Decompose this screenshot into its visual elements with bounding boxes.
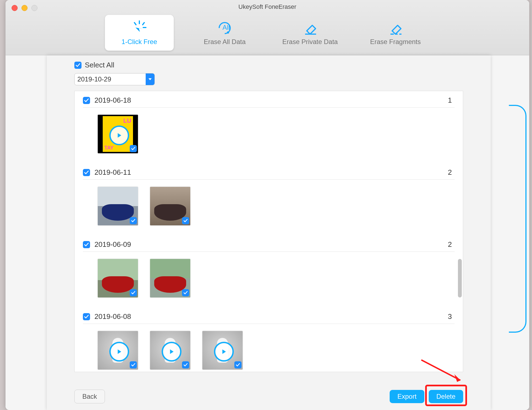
app-title: UkeySoft FoneEraser <box>6 3 529 10</box>
group-header: 2019-06-181 <box>83 96 455 108</box>
footer: Back Export Delete <box>74 390 463 403</box>
date-filter-value: 2019-10-29 <box>75 75 146 83</box>
tab-erase-all-data[interactable]: All Erase All Data <box>190 15 259 51</box>
group-date: 2019-06-09 <box>94 240 131 249</box>
group-count: 2 <box>448 240 452 249</box>
media-thumbnail[interactable]: LUTAY <box>98 115 138 153</box>
group-count: 1 <box>448 96 452 105</box>
thumbnail-row <box>83 324 455 372</box>
group-date: 2019-06-18 <box>94 96 131 105</box>
thumbnail-checkbox[interactable] <box>130 289 137 296</box>
media-thumbnail[interactable] <box>202 331 243 370</box>
play-icon <box>162 342 181 362</box>
select-all-row: Select All <box>74 61 463 69</box>
date-filter-dropdown[interactable]: 2019-10-29 <box>74 73 155 85</box>
media-thumbnail[interactable] <box>98 331 138 370</box>
media-group: 2019-06-092 <box>75 235 463 307</box>
thumbnail-checkbox[interactable] <box>130 145 137 152</box>
chevron-down-icon <box>146 73 154 85</box>
group-count: 2 <box>448 168 452 177</box>
group-checkbox[interactable] <box>83 241 90 248</box>
eraser-private-icon <box>301 20 319 35</box>
media-thumbnail[interactable] <box>150 187 190 225</box>
check-icon <box>75 63 80 68</box>
cursor-click-icon <box>131 20 148 35</box>
thumbnail-checkbox[interactable] <box>130 361 137 368</box>
media-thumbnail[interactable] <box>150 259 190 297</box>
button-label: Back <box>82 393 97 400</box>
titlebar: UkeySoft FoneEraser 1-Click Free <box>6 0 529 55</box>
tab-label: Erase Fragments <box>370 38 421 46</box>
play-icon <box>214 342 234 362</box>
group-header: 2019-06-083 <box>83 312 455 324</box>
svg-line-2 <box>134 23 136 25</box>
group-checkbox[interactable] <box>83 313 90 320</box>
thumbnail-row: LUTAY <box>83 108 455 162</box>
play-icon <box>109 342 129 362</box>
delete-button[interactable]: Delete <box>429 390 463 403</box>
svg-text:All: All <box>222 24 230 31</box>
select-all-checkbox[interactable] <box>74 62 82 69</box>
media-group: 2019-06-112 <box>75 163 463 235</box>
media-group: 2019-06-083 <box>75 307 463 372</box>
scrollbar-thumb[interactable] <box>458 259 462 297</box>
media-thumbnail[interactable] <box>98 259 138 297</box>
back-button[interactable]: Back <box>74 390 105 403</box>
thumbnail-checkbox[interactable] <box>130 217 137 224</box>
media-list: 2019-06-181LUTAY2019-06-1122019-06-09220… <box>74 91 463 372</box>
group-header: 2019-06-112 <box>83 168 455 180</box>
thumbnail-checkbox[interactable] <box>234 361 241 368</box>
eraser-fragments-icon <box>387 20 404 35</box>
group-count: 3 <box>448 312 452 321</box>
group-checkbox[interactable] <box>83 169 90 176</box>
tab-1-click-free[interactable]: 1-Click Free <box>105 15 174 51</box>
group-date: 2019-06-11 <box>94 168 131 177</box>
background-card-edge <box>509 105 526 333</box>
thumbnail-checkbox[interactable] <box>182 289 189 296</box>
app-body: Select All 2019-10-29 2019-06-181LUTAY20… <box>6 55 529 410</box>
export-button[interactable]: Export <box>390 390 424 403</box>
tab-label: Erase All Data <box>204 38 246 46</box>
media-thumbnail[interactable] <box>150 331 190 370</box>
group-header: 2019-06-092 <box>83 240 455 252</box>
button-label: Export <box>397 393 416 400</box>
group-date: 2019-06-08 <box>94 312 131 321</box>
app-window: UkeySoft FoneEraser 1-Click Free <box>6 0 529 410</box>
main-tabs: 1-Click Free All Erase All Data <box>6 15 529 51</box>
thumbnail-row <box>83 252 455 306</box>
tab-label: 1-Click Free <box>121 38 157 46</box>
group-checkbox[interactable] <box>83 97 90 104</box>
erase-all-icon: All <box>216 20 234 35</box>
button-label: Delete <box>436 393 455 400</box>
select-all-label: Select All <box>85 61 114 69</box>
media-thumbnail[interactable] <box>98 187 138 225</box>
tab-erase-private-data[interactable]: Erase Private Data <box>276 15 344 51</box>
tab-label: Erase Private Data <box>282 38 338 46</box>
tab-erase-fragments[interactable]: Erase Fragments <box>361 15 430 51</box>
svg-point-5 <box>227 31 229 34</box>
svg-marker-11 <box>454 374 460 382</box>
thumbnail-row <box>83 180 455 234</box>
thumbnail-checkbox[interactable] <box>182 361 189 368</box>
content-panel: Select All 2019-10-29 2019-06-181LUTAY20… <box>47 55 491 410</box>
svg-line-1 <box>143 23 144 25</box>
media-group: 2019-06-181LUTAY <box>75 91 463 163</box>
thumbnail-checkbox[interactable] <box>182 217 189 224</box>
play-icon <box>109 125 129 145</box>
